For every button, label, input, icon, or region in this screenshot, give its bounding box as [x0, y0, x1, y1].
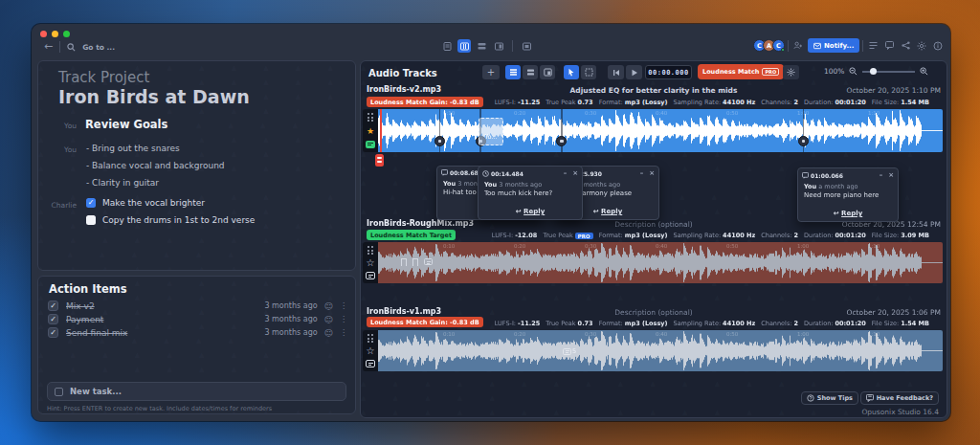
reaction-icon[interactable]: ☺: [324, 315, 333, 324]
stat: Format:mp3 (Lossy): [599, 99, 668, 106]
show-tips-button[interactable]: Show Tips: [801, 391, 858, 405]
loudness-gain-badge: Loudness Match Gain: -0.83 dB: [367, 97, 483, 107]
checkbox-checked[interactable]: ✓: [86, 198, 96, 208]
info-icon[interactable]: [931, 39, 945, 53]
waveform-track-3[interactable]: 0:100:200:300:400:501:001:10 5: [378, 330, 943, 371]
add-user-icon[interactable]: [791, 39, 805, 53]
reaction-icon[interactable]: ☺: [324, 328, 333, 338]
action-item-row[interactable]: ✓ Send final mix 3 months ago ☺ ⋮: [48, 326, 347, 339]
comment-marker[interactable]: [798, 136, 809, 146]
minimize-window-button[interactable]: [52, 31, 58, 37]
marquee-tool-button[interactable]: [581, 65, 596, 79]
zoom-out-icon[interactable]: [849, 67, 858, 76]
add-track-button[interactable]: +: [482, 65, 500, 79]
minimize-icon[interactable]: –: [880, 171, 883, 179]
layout-rows-icon[interactable]: [475, 39, 488, 53]
close-icon[interactable]: ×: [572, 169, 578, 177]
reaction-icon[interactable]: ☺: [324, 301, 333, 311]
tool-group: [564, 65, 596, 79]
queue-list-icon[interactable]: [866, 39, 880, 53]
settings-gear-icon[interactable]: [915, 39, 928, 53]
stat: True PeakPRO: [543, 232, 592, 239]
skip-to-start-button[interactable]: [608, 65, 624, 79]
action-item-row[interactable]: ✓ Mix-v2 3 months ago ☺ ⋮: [48, 300, 347, 312]
track-comment-icon[interactable]: [366, 141, 375, 148]
checkbox-checked[interactable]: ✓: [48, 327, 58, 338]
zoom-slider-knob[interactable]: [870, 68, 877, 75]
loudness-match-button[interactable]: Loudness Match PRO: [698, 64, 784, 79]
kebab-menu-icon[interactable]: ⋮: [340, 301, 347, 310]
maximize-window-button[interactable]: [63, 31, 70, 37]
cursor-tool-button[interactable]: [564, 65, 579, 79]
reply-link[interactable]: ↩ Reply: [798, 210, 898, 217]
layout-sidebar-icon[interactable]: [492, 39, 505, 53]
stat: Duration:00:01:20: [804, 320, 866, 327]
checklist-item[interactable]: Copy the drums in 1st to 2nd verse: [86, 215, 255, 225]
layout-columns-icon[interactable]: [457, 39, 471, 53]
close-icon[interactable]: ×: [888, 171, 894, 179]
minimize-icon[interactable]: –: [640, 169, 644, 177]
comment-marker[interactable]: [556, 136, 567, 146]
track-comment-icon[interactable]: [366, 272, 375, 279]
action-item-row[interactable]: ✓ Payment 3 months ago ☺ ⋮: [48, 313, 347, 325]
share-icon[interactable]: [899, 39, 912, 53]
bookmark-icon[interactable]: [412, 258, 418, 266]
list-view-button[interactable]: [505, 65, 521, 79]
clock-icon: [482, 170, 489, 177]
checkbox-unchecked[interactable]: [86, 215, 96, 225]
minimize-icon[interactable]: –: [564, 169, 568, 177]
new-task-checkbox: [55, 388, 63, 396]
track-handle-strip[interactable]: ☆: [363, 330, 378, 371]
comments-icon[interactable]: [882, 39, 896, 53]
waveform-track-1[interactable]: 0:100:200:300:400:501:001:10 To...: [378, 109, 943, 152]
focus-mode-icon[interactable]: [520, 39, 533, 53]
track-comment-icon[interactable]: [366, 360, 375, 367]
track-handle-strip[interactable]: ☆: [363, 242, 378, 283]
rows-view-button[interactable]: [523, 65, 538, 79]
drag-ghost-tooltip: To...: [479, 118, 503, 145]
comment-count-chip[interactable]: 5: [563, 347, 576, 355]
close-icon[interactable]: ×: [649, 169, 655, 177]
stat: LUFS-I:-12.08: [492, 232, 538, 239]
favorite-star-icon[interactable]: ☆: [367, 258, 375, 268]
checkbox-checked[interactable]: ✓: [48, 300, 58, 311]
track-settings-gear-icon[interactable]: [783, 65, 799, 79]
reply-link[interactable]: ↩ Reply: [479, 208, 582, 215]
comment-popup[interactable]: 01:00.066–× You a month ago Need more pi…: [797, 167, 899, 222]
comment-popup[interactable]: 00:14.484–× You 3 months ago Too much ki…: [478, 166, 583, 220]
timestamp: 3 months ago: [264, 315, 317, 323]
action-items-panel: ▲ ▲ ▲ ▲ ▲ ▲ ▲ ▲ ▲ ▲ ▲ ▲ ▲ ▲ ▲ ▲ ▲ ▲ ▲ ▲ …: [37, 276, 356, 414]
go-to-input[interactable]: Go to ...: [82, 43, 115, 52]
feedback-button[interactable]: Have Feedback?: [860, 391, 939, 405]
kebab-menu-icon[interactable]: ⋮: [340, 328, 347, 337]
grid-view-button[interactable]: [540, 65, 555, 79]
zoom-slider[interactable]: [862, 67, 915, 76]
layout-single-icon[interactable]: [440, 39, 454, 53]
pro-badge: PRO: [762, 68, 779, 76]
comment-marker[interactable]: [434, 136, 445, 146]
bookmark-icon[interactable]: [401, 258, 407, 266]
comment-box-icon[interactable]: [424, 258, 433, 265]
drag-grip-icon[interactable]: [368, 334, 374, 343]
zoom-in-icon[interactable]: [920, 67, 928, 76]
kebab-menu-icon[interactable]: ⋮: [340, 315, 347, 323]
checklist-item[interactable]: ✓ Make the vocal brighter: [86, 198, 205, 208]
favorite-star-icon[interactable]: ★: [367, 127, 374, 136]
track-stats: LUFS-I:-12.08True PeakPROFormat:mp3 (Los…: [492, 232, 929, 239]
close-window-button[interactable]: [40, 31, 47, 37]
avatar[interactable]: C: [772, 39, 785, 52]
favorite-star-icon[interactable]: ☆: [367, 346, 375, 356]
new-task-input[interactable]: New task...: [47, 382, 346, 401]
goal-item: - Clarity in guitar: [86, 178, 159, 188]
notify-button[interactable]: Notify...: [808, 38, 859, 53]
drag-grip-icon[interactable]: [368, 246, 374, 255]
drag-grip-icon[interactable]: [368, 113, 374, 122]
waveform-track-2[interactable]: 0:100:200:300:400:501:001:10: [378, 242, 943, 283]
play-button[interactable]: [626, 65, 642, 79]
checkbox-checked[interactable]: ✓: [48, 314, 58, 324]
playhead[interactable]: [380, 109, 382, 152]
comment-box-icon: [563, 348, 571, 355]
back-icon[interactable]: ←: [44, 40, 53, 54]
playhead-flag[interactable]: [375, 154, 384, 167]
track-handle-strip[interactable]: ★: [363, 109, 378, 152]
